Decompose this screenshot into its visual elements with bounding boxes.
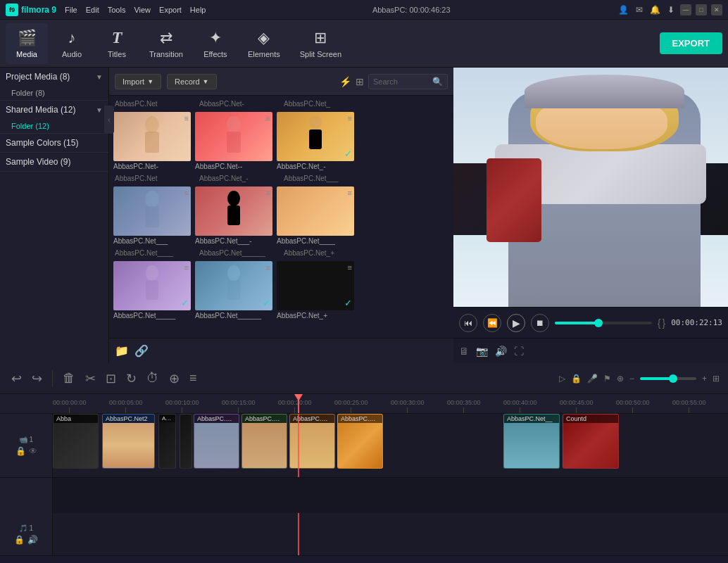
- monitor-icon[interactable]: 🖥: [459, 346, 469, 357]
- thumb-menu-icon-4[interactable]: ≡: [184, 189, 189, 197]
- media-thumb-8[interactable]: ≡ ✓ AbbasPC.Net______: [195, 261, 272, 320]
- clip-dark[interactable]: [180, 414, 192, 469]
- menu-export[interactable]: Export: [159, 6, 182, 14]
- play-button[interactable]: ▶: [507, 314, 525, 332]
- screen-record-icon[interactable]: ⊕: [617, 374, 624, 384]
- filter-icon[interactable]: ⚡: [339, 76, 351, 87]
- media-thumb-7[interactable]: ≡ ✓ AbbasPC.Net_____: [113, 261, 191, 320]
- menu-tools[interactable]: Tools: [108, 6, 126, 14]
- ruler-playhead[interactable]: [298, 394, 299, 413]
- toolbar-item-elements[interactable]: ◈ Elements: [239, 23, 289, 64]
- crop-button[interactable]: ⊡: [103, 368, 119, 389]
- volume-icon[interactable]: 🔊: [495, 346, 507, 357]
- audio-track-lock-icon[interactable]: 🔒: [14, 535, 25, 545]
- delete-button[interactable]: 🗑: [60, 368, 78, 388]
- import-button[interactable]: Import ▼: [115, 74, 161, 89]
- close-button[interactable]: ✕: [711, 4, 722, 15]
- track-lock-icon-1[interactable]: 🔒: [15, 446, 26, 456]
- step-back-button[interactable]: ⏪: [483, 314, 501, 332]
- sidebar-item-folder-12[interactable]: Folder (12): [0, 119, 108, 133]
- playback-progress-bar[interactable]: [555, 322, 652, 324]
- media-label-7: AbbasPC.Net_____: [113, 312, 191, 320]
- bell-icon[interactable]: 🔔: [648, 4, 662, 16]
- fullscreen-icon[interactable]: ⛶: [514, 346, 524, 357]
- clip-abba[interactable]: Abba: [53, 414, 99, 469]
- plus-icon[interactable]: +: [702, 374, 707, 384]
- thumb-menu-icon-3[interactable]: ≡: [348, 114, 352, 122]
- clip-4[interactable]: AbbasPC.Net_: [241, 414, 287, 469]
- bracket-out-icon[interactable]: }: [662, 317, 665, 329]
- clip-6[interactable]: AbbasPC.Net__: [337, 414, 383, 469]
- search-icon[interactable]: 🔍: [432, 77, 443, 87]
- thumb-menu-icon-1[interactable]: ≡: [184, 114, 189, 122]
- clip-countd[interactable]: Countd: [563, 414, 619, 469]
- undo-button[interactable]: ↩: [8, 368, 25, 389]
- toolbar-item-audio[interactable]: ♪ Audio: [51, 23, 93, 64]
- media-thumb-9[interactable]: ≡ ✓ AbbasPC.Net_+: [277, 261, 354, 320]
- toolbar-item-effects[interactable]: ✦ Effects: [194, 23, 237, 64]
- thumb-menu-icon-6[interactable]: ≡: [348, 189, 352, 197]
- redo-button[interactable]: ↪: [29, 368, 45, 389]
- sidebar-shared-media-header[interactable]: Shared Media (12) ▼: [0, 101, 108, 119]
- grid-icon[interactable]: ⊞: [356, 76, 364, 87]
- playhead-icon[interactable]: ▷: [559, 374, 565, 384]
- flag-icon[interactable]: ⚑: [603, 374, 611, 384]
- sidebar-sample-colors-header[interactable]: Sample Colors (15): [0, 134, 108, 152]
- menu-edit[interactable]: Edit: [86, 6, 99, 14]
- clip-abba2[interactable]: Abba: [158, 414, 176, 469]
- audio-adjust-button[interactable]: ≡: [187, 368, 200, 388]
- sidebar-sample-video-header[interactable]: Sample Video (9): [0, 153, 108, 171]
- camera-snapshot-icon[interactable]: 📷: [476, 346, 488, 357]
- color-adjust-button[interactable]: ⊕: [166, 368, 182, 389]
- message-icon[interactable]: ✉: [634, 4, 644, 16]
- zoom-slider[interactable]: [640, 377, 696, 380]
- thumb-menu-icon-2[interactable]: ≡: [266, 114, 270, 122]
- toolbar-item-split-screen[interactable]: ⊞ Split Screen: [291, 23, 350, 64]
- toolbar-item-titles[interactable]: T Titles: [96, 23, 138, 64]
- sidebar-project-media-header[interactable]: Project Media (8) ▼: [0, 68, 108, 86]
- minus-icon[interactable]: −: [629, 374, 634, 384]
- sidebar-collapse-handle[interactable]: ‹: [104, 106, 109, 134]
- maximize-button[interactable]: □: [696, 4, 707, 15]
- folder-add-icon[interactable]: 📁: [115, 344, 129, 358]
- audio-track-speaker-icon[interactable]: 🔊: [27, 535, 38, 545]
- rotate-button[interactable]: ↻: [123, 368, 139, 389]
- clip-2[interactable]: AbbasPC.Net2: [102, 414, 155, 469]
- lock-icon[interactable]: 🔒: [571, 374, 582, 384]
- speed-button[interactable]: ⏱: [144, 368, 162, 388]
- media-thumb-2[interactable]: ≡ AbbasPC.Net--: [195, 112, 272, 170]
- menu-view[interactable]: View: [134, 6, 151, 14]
- thumb-menu-icon-7[interactable]: ≡: [184, 263, 189, 272]
- thumb-menu-icon-9[interactable]: ≡: [348, 263, 352, 272]
- thumb-menu-icon-8[interactable]: ≡: [266, 263, 270, 272]
- search-input[interactable]: [373, 77, 429, 86]
- sidebar-item-folder-8[interactable]: Folder (8): [0, 86, 108, 100]
- stop-button[interactable]: ⏹: [531, 314, 549, 332]
- menu-file[interactable]: File: [65, 6, 77, 14]
- bracket-in-icon[interactable]: {: [658, 317, 661, 329]
- media-thumb-3[interactable]: ≡ ✓ AbbasPC.Net_-: [277, 112, 354, 170]
- cut-button[interactable]: ✂: [82, 368, 99, 389]
- record-button[interactable]: Record ▼: [167, 74, 216, 89]
- fit-icon[interactable]: ⊞: [713, 374, 720, 384]
- clip-7[interactable]: AbbasPC.Net__: [503, 414, 560, 469]
- minimize-button[interactable]: —: [680, 4, 691, 15]
- media-thumb-5[interactable]: ≡ AbbasPC.Net___-: [195, 186, 272, 245]
- track-eye-icon-1[interactable]: 👁: [29, 446, 37, 456]
- clip-5[interactable]: AbbasPC.Net_: [289, 414, 335, 469]
- media-thumb-4[interactable]: ≡ AbbasPC.Net___: [113, 186, 191, 245]
- thumb-menu-icon-5[interactable]: ≡: [266, 189, 270, 197]
- mic-icon[interactable]: 🎤: [587, 374, 598, 384]
- link-icon[interactable]: 🔗: [134, 344, 149, 358]
- toolbar-item-transition[interactable]: ⇄ Transition: [141, 23, 192, 64]
- skip-back-button[interactable]: ⏮: [459, 314, 477, 332]
- media-thumb-6[interactable]: ≡ AbbasPC.Net____: [277, 186, 354, 245]
- download-icon[interactable]: ⬇: [666, 4, 676, 16]
- menu-help[interactable]: Help: [190, 6, 206, 14]
- progress-thumb[interactable]: [594, 319, 603, 327]
- export-button[interactable]: EXPORT: [660, 32, 722, 54]
- user-icon[interactable]: 👤: [617, 4, 630, 16]
- clip-3[interactable]: AbbasPC.Net__: [194, 414, 239, 469]
- toolbar-item-media[interactable]: 🎬 Media: [6, 23, 48, 64]
- media-thumb-1[interactable]: ≡ AbbasPC.Net-: [113, 112, 191, 170]
